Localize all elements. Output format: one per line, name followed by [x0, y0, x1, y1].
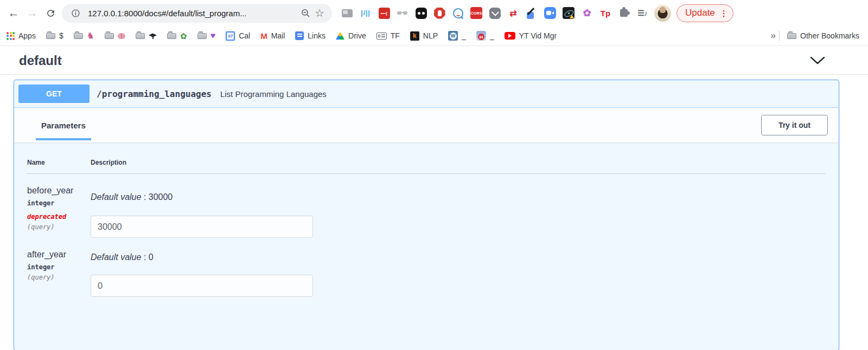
tab-parameters[interactable]: Parameters: [36, 121, 91, 130]
back-button[interactable]: ←: [4, 4, 23, 22]
react-devtools-ext-icon: [563, 7, 575, 19]
site-info-icon[interactable]: [68, 6, 82, 20]
links-list-icon: [295, 31, 304, 40]
forward-button[interactable]: →: [23, 4, 41, 22]
bookmark-item-nlp[interactable]: k NLP: [410, 31, 438, 41]
calendar-icon: 27: [226, 31, 235, 41]
bookmark-folder-graduation[interactable]: [136, 33, 157, 39]
bookmark-folder-dollar[interactable]: $: [46, 31, 63, 40]
profile-avatar[interactable]: [654, 5, 671, 22]
graduation-cap-emoji-icon: [149, 34, 157, 38]
tag-title: default: [19, 53, 62, 68]
bookmark-item-links[interactable]: Links: [295, 31, 326, 40]
other-bookmarks-button[interactable]: Other Bookmarks: [787, 31, 859, 40]
try-it-out-button[interactable]: Try it out: [761, 115, 828, 135]
zoom-video-ext-icon: [544, 7, 556, 19]
bookmarks-overflow-chevron[interactable]: »: [771, 30, 776, 41]
bookmark-folder-brain[interactable]: [105, 33, 125, 39]
param-row-after-year: after_year integer (query) Default value…: [27, 238, 826, 297]
param-description-cell: Default value : 30000: [91, 186, 826, 238]
update-label: Update: [685, 8, 715, 18]
bookmarks-bar: Apps $ ♞ ✿ ♥ 27 Cal M Mail Links Drive: [0, 26, 868, 46]
extensions-row: |/|| •••| CORS ⇄ ✿ Tp ☰♪: [341, 7, 649, 20]
swagger-docs-page: default GET /programming_languages List …: [0, 46, 868, 350]
share-arrows-ext-icon[interactable]: ⇄: [507, 7, 520, 20]
param-row-before-year: before_year integer deprecated (query) D…: [27, 174, 826, 238]
bookmark-item-mail[interactable]: M Mail: [260, 31, 285, 41]
wayback-ext-icon[interactable]: |/||: [359, 7, 372, 20]
bookmark-folder-carousel[interactable]: ♞: [74, 31, 94, 40]
operation-summary[interactable]: GET /programming_languages List Programm…: [14, 80, 839, 108]
divider: [779, 30, 780, 41]
url-text[interactable]: 127.0.0.1:8000/docs#/default/list_progra…: [88, 9, 298, 18]
param-name: after_year: [27, 250, 91, 260]
operation-summary-text: List Programming Languages: [220, 89, 327, 99]
param-location: (query): [27, 274, 91, 281]
after-year-input[interactable]: [91, 275, 313, 297]
bookmark-folder-purple-heart[interactable]: ♥: [197, 31, 216, 40]
parameters-table: Name Description before_year integer dep…: [14, 142, 839, 319]
bookmark-item-tf[interactable]: TF: [376, 31, 400, 40]
bookmark-item-cal[interactable]: 27 Cal: [226, 31, 250, 41]
operation-path[interactable]: /programming_languages: [97, 89, 212, 99]
eyedropper-ext-icon[interactable]: [525, 7, 538, 20]
param-location: (query): [27, 223, 91, 231]
flower-ext-icon[interactable]: ✿: [580, 7, 593, 20]
bookmark-item-34[interactable]: 34 _: [476, 31, 494, 41]
reload-button[interactable]: [41, 4, 60, 22]
param-name: before_year: [27, 186, 91, 196]
before-year-input[interactable]: [91, 216, 313, 238]
reload-icon: [46, 8, 56, 18]
folder-icon: [197, 33, 207, 39]
param-name-cell: before_year integer deprecated (query): [27, 186, 91, 238]
bookmark-item-drive[interactable]: Drive: [336, 31, 366, 40]
pocket-ext-icon: [489, 8, 501, 19]
speech-bubble-ext-icon: [453, 8, 463, 18]
folder-icon: [74, 33, 83, 39]
method-badge: GET: [18, 85, 90, 103]
kaggle-icon: k: [410, 31, 419, 41]
zoom-out-icon[interactable]: [298, 6, 312, 20]
playlist-ext-icon[interactable]: ☰♪: [636, 7, 649, 20]
card-icon: [376, 33, 387, 40]
browser-toolbar: ← → 127.0.0.1:8000/docs#/default/list_pr…: [0, 0, 868, 26]
browser-menu-icon[interactable]: ⋮: [720, 9, 728, 17]
bookmark-star-icon[interactable]: ☆: [312, 6, 327, 20]
herb-emoji-icon: ✿: [180, 32, 187, 40]
folder-icon: [136, 33, 145, 39]
folder-icon: [105, 33, 114, 39]
column-name: Name: [27, 159, 91, 166]
update-browser-button[interactable]: Update ⋮: [676, 4, 733, 22]
warning-triangle-icon: [570, 15, 574, 18]
bookmark-item-yt-vid-mgr[interactable]: YT Vid Mgr: [505, 31, 557, 40]
opblock-get: GET /programming_languages List Programm…: [14, 80, 839, 350]
screenshare-ext-icon: [342, 9, 353, 17]
default-value-line: Default value : 0: [91, 252, 826, 262]
folder-icon: [46, 33, 55, 39]
tag-section-header[interactable]: default: [0, 46, 868, 75]
wordpress-icon: W: [448, 31, 458, 41]
brain-emoji-icon: [118, 33, 125, 39]
glasses-ext-icon: [397, 10, 409, 16]
apps-grid-icon: [7, 32, 15, 40]
bookmark-item-apps[interactable]: Apps: [7, 31, 36, 40]
parameters-section-header: Parameters Try it out: [14, 108, 839, 142]
param-deprecated-badge: deprecated: [27, 213, 91, 221]
column-description: Description: [91, 159, 826, 166]
adblock-stop-hand-ext-icon: [434, 8, 445, 19]
youtube-icon: [505, 32, 515, 40]
gmail-icon: M: [260, 31, 267, 41]
purple-heart-emoji-icon: ♥: [210, 31, 216, 40]
folder-icon: [787, 33, 796, 39]
carousel-horse-emoji-icon: ♞: [87, 31, 94, 40]
extensions-puzzle-icon: [620, 9, 628, 17]
bookmark-folder-herb[interactable]: ✿: [167, 32, 187, 40]
folder-icon: [167, 33, 176, 39]
url-bar[interactable]: 127.0.0.1:8000/docs#/default/list_progra…: [62, 4, 332, 23]
bookmark-item-wordpress[interactable]: W _: [448, 31, 466, 41]
param-type: integer: [27, 199, 91, 207]
tp-ext-icon[interactable]: Tp: [599, 7, 612, 20]
collapse-chevron-icon[interactable]: [809, 56, 826, 65]
table-header-row: Name Description: [27, 159, 826, 174]
dark-reader-ext-icon: [416, 8, 427, 19]
